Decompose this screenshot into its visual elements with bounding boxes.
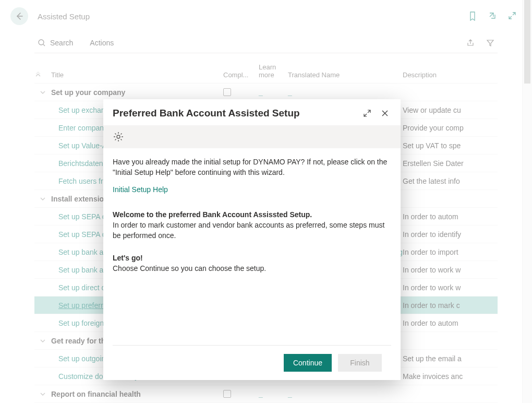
description-cell: View or update cu bbox=[403, 106, 498, 114]
svg-point-0 bbox=[39, 40, 44, 45]
popout-icon[interactable] bbox=[488, 11, 497, 21]
actions-menu[interactable]: Actions bbox=[87, 37, 117, 49]
chevron-down-icon[interactable] bbox=[34, 196, 51, 202]
learn-more-cell: _ bbox=[259, 390, 288, 398]
description-cell: In order to autom bbox=[403, 212, 498, 221]
dialog-footer: Continue Finish bbox=[113, 345, 391, 380]
translated-cell: _ bbox=[288, 88, 403, 97]
arrow-left-icon bbox=[15, 12, 23, 20]
description-cell: In order to autom bbox=[403, 319, 498, 327]
row-title: Report on financial health bbox=[51, 390, 223, 398]
expand-icon[interactable] bbox=[508, 11, 516, 21]
gear-icon bbox=[113, 131, 124, 143]
completed-checkbox[interactable] bbox=[223, 88, 231, 96]
lets-go-body: Choose Continue so you can choose the se… bbox=[113, 264, 266, 272]
completed-cell bbox=[223, 88, 259, 96]
scrollbar-thumb[interactable] bbox=[524, 0, 530, 84]
description-cell: In order to mark c bbox=[403, 301, 498, 310]
dialog-intro: Have you already made the initial setup … bbox=[113, 157, 391, 178]
page-title: Assisted Setup bbox=[38, 12, 90, 21]
wizard-dialog: Preferred Bank Account Assisted Setup Ha… bbox=[103, 99, 401, 380]
chevron-down-icon[interactable] bbox=[34, 338, 51, 344]
toolbar-right bbox=[466, 39, 498, 47]
continue-button[interactable]: Continue bbox=[284, 354, 332, 372]
description-cell: In order to work w bbox=[403, 283, 498, 292]
completed-checkbox[interactable] bbox=[223, 390, 231, 398]
description-cell: Get the latest info bbox=[403, 177, 498, 185]
dialog-body: Have you already made the initial setup … bbox=[103, 148, 401, 345]
sort-icon[interactable] bbox=[34, 72, 42, 79]
dash-icon: _ bbox=[259, 390, 263, 398]
col-translated[interactable]: Translated Name bbox=[288, 71, 403, 79]
svg-point-1 bbox=[117, 135, 120, 138]
dialog-header: Preferred Bank Account Assisted Setup bbox=[103, 99, 401, 125]
dash-icon: _ bbox=[288, 88, 292, 97]
page-header: Assisted Setup bbox=[0, 0, 532, 32]
toolbar: Search Actions bbox=[34, 32, 498, 53]
welcome-body: In order to mark customer and vendor ban… bbox=[113, 221, 384, 240]
col-description[interactable]: Description bbox=[403, 71, 498, 79]
group-row[interactable]: Report on financial health__ bbox=[34, 385, 498, 403]
col-completed[interactable]: Compl... bbox=[223, 71, 259, 79]
chevron-down-icon[interactable] bbox=[34, 391, 51, 397]
translated-cell: _ bbox=[288, 390, 403, 398]
close-icon[interactable] bbox=[381, 109, 391, 117]
search-button[interactable]: Search bbox=[34, 37, 76, 49]
header-actions bbox=[468, 11, 522, 21]
welcome-heading: Welcome to the preferred Bank Account As… bbox=[113, 210, 312, 219]
chevron-down-icon[interactable] bbox=[34, 89, 51, 96]
bookmark-icon[interactable] bbox=[468, 11, 477, 21]
dialog-title: Preferred Bank Account Assisted Setup bbox=[113, 108, 356, 119]
dash-icon: _ bbox=[259, 88, 263, 97]
description-cell: Set up VAT to spe bbox=[403, 141, 498, 150]
description-cell: In order to import bbox=[403, 248, 498, 256]
finish-button[interactable]: Finish bbox=[338, 354, 382, 372]
table-header: Title Compl... Learn more Translated Nam… bbox=[34, 63, 498, 84]
filter-icon[interactable] bbox=[486, 39, 494, 47]
dialog-banner bbox=[103, 125, 401, 148]
lets-go-heading: Let's go! bbox=[113, 254, 143, 262]
description-cell: In order to identify bbox=[403, 230, 498, 239]
share-icon[interactable] bbox=[466, 39, 475, 47]
initial-setup-help-link[interactable]: Initial Setup Help bbox=[113, 185, 168, 194]
learn-more-cell: _ bbox=[259, 88, 288, 97]
dialog-expand-icon[interactable] bbox=[363, 109, 373, 117]
back-button[interactable] bbox=[10, 7, 28, 25]
row-title: Set up your company bbox=[51, 88, 223, 97]
description-cell: Make invoices anc bbox=[403, 372, 498, 381]
search-label: Search bbox=[50, 39, 73, 47]
description-cell: In order to work w bbox=[403, 266, 498, 274]
group-row[interactable]: Set up your company__ bbox=[34, 84, 498, 101]
col-learn[interactable]: Learn more bbox=[259, 63, 288, 79]
search-icon bbox=[38, 39, 46, 47]
col-title[interactable]: Title bbox=[51, 71, 223, 79]
dash-icon: _ bbox=[288, 390, 292, 398]
scrollbar-track[interactable] bbox=[522, 0, 532, 403]
description-cell: Provide your comp bbox=[403, 124, 498, 132]
description-cell: Set up the email a bbox=[403, 354, 498, 363]
description-cell: Erstellen Sie Dater bbox=[403, 159, 498, 168]
completed-cell bbox=[223, 390, 259, 398]
